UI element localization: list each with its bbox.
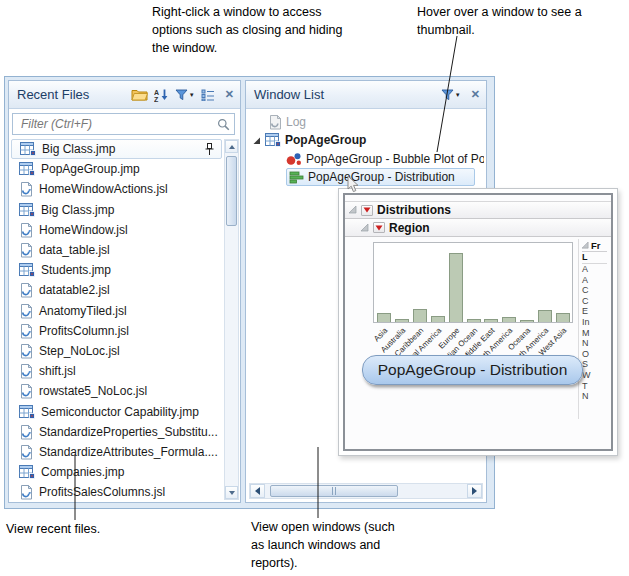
sort-az-icon[interactable]: AZ [154, 86, 169, 104]
frequency-level-label: W [582, 370, 607, 381]
file-name: HomeWindow.jsl [39, 223, 128, 237]
open-folder-icon[interactable] [131, 86, 148, 104]
bubble-plot-icon [286, 152, 302, 166]
file-name: datatable2.jsl [39, 283, 110, 297]
data-table-icon [19, 465, 35, 479]
frequency-level-label: C [582, 296, 607, 307]
window-name: PopAgeGroup - Bubble Plot of Pop [306, 152, 484, 166]
window-list-header: Window List ▼ ✕ [246, 81, 486, 109]
file-name: StandardizeAttributes_Formula.... [39, 445, 218, 459]
recent-file-row[interactable]: PopAgeGroup.jmp [11, 159, 222, 179]
panel-title: Window List [254, 87, 324, 102]
script-icon [19, 304, 33, 319]
filter-box [12, 113, 235, 135]
scroll-right-button[interactable] [467, 484, 482, 498]
data-table-icon [19, 203, 35, 217]
outline-collapse-icon[interactable] [361, 224, 369, 232]
thumbnail-popup: Distributions Region AsiaAustraliaCaribb… [338, 188, 618, 456]
recent-file-row[interactable]: Semiconductor Capability.jmp [11, 402, 222, 422]
recent-file-row[interactable]: ProfitsColumn.jsl [11, 321, 222, 341]
tree-expander-icon[interactable] [252, 136, 261, 145]
scroll-thumb[interactable] [226, 156, 237, 226]
data-table-icon [19, 405, 35, 419]
recent-files-scrollbar[interactable] [224, 139, 239, 500]
frequency-level-label: N [582, 391, 607, 402]
scroll-left-button[interactable] [250, 484, 265, 498]
file-name: Big Class.jmp [42, 142, 115, 156]
file-name: ProfitsSalesColumns.jsl [39, 485, 165, 499]
svg-text:A: A [154, 88, 159, 95]
recent-file-row[interactable]: Companies.jmp [11, 462, 222, 482]
filter-funnel-icon[interactable]: ▼ [175, 86, 195, 104]
annotation-hover: Hover over a window to see a thumbnail. [417, 4, 622, 40]
distribution-report-icon [289, 171, 304, 184]
script-icon [19, 485, 33, 500]
recent-file-row[interactable]: shift.jsl [11, 361, 222, 381]
red-triangle-menu-icon[interactable] [373, 222, 385, 233]
chevron-down-icon[interactable]: ▼ [189, 92, 195, 98]
pin-icon[interactable] [204, 143, 215, 159]
file-name: Big Class.jmp [41, 203, 114, 217]
file-name: Companies.jmp [41, 465, 124, 479]
script-icon [19, 243, 33, 258]
recent-file-row[interactable]: rowstate5_NoLoc.jsl [11, 381, 222, 401]
chart-bar [413, 309, 427, 322]
chart-bar [556, 313, 570, 322]
filter-funnel-icon[interactable]: ▼ [441, 86, 461, 104]
file-name: Students.jmp [41, 263, 111, 277]
recent-files-header: Recent Files AZ ▼ ✕ [9, 81, 240, 109]
window-list-item[interactable]: PopAgeGroup - Distribution [286, 168, 475, 186]
file-name: ProfitsColumn.jsl [39, 324, 129, 338]
window-list-hscrollbar[interactable] [249, 483, 483, 499]
log-icon [268, 115, 282, 130]
file-name: PopAgeGroup.jmp [41, 162, 140, 176]
filter-input[interactable] [19, 116, 217, 132]
frequency-level-label: C [582, 285, 607, 296]
close-icon[interactable]: ✕ [467, 86, 480, 104]
chart-bar [538, 310, 552, 322]
window-list-item[interactable]: PopAgeGroup - Bubble Plot of Pop [286, 150, 484, 168]
recent-file-row[interactable]: datatable2.jsl [11, 280, 222, 300]
recent-file-row[interactable]: HomeWindow.jsl [11, 220, 222, 240]
file-name: Step_NoLoc.jsl [39, 344, 120, 358]
scroll-thumb[interactable] [270, 485, 398, 497]
recent-file-row[interactable]: Students.jmp [11, 260, 222, 280]
window-list-item[interactable]: PopAgeGroup [252, 131, 484, 149]
data-table-icon [265, 133, 281, 147]
outline-collapse-icon[interactable] [349, 206, 357, 214]
outline-collapse-icon [582, 242, 589, 249]
close-icon[interactable]: ✕ [221, 86, 234, 104]
chevron-down-icon[interactable]: ▼ [455, 92, 461, 98]
frequency-level-label: M [582, 328, 607, 339]
svg-text:Z: Z [154, 95, 159, 102]
recent-file-row[interactable]: ProfitsSalesColumns.jsl [11, 482, 222, 500]
data-table-icon [19, 263, 35, 277]
frequency-level-label: N [582, 338, 607, 349]
file-name: AnatomyTiled.jsl [39, 304, 127, 318]
search-icon [217, 118, 230, 131]
file-name: StandardizeProperties_Substitu... [39, 425, 218, 439]
script-icon [19, 384, 33, 399]
recent-file-row[interactable]: Big Class.jmp [11, 139, 222, 159]
script-icon [19, 223, 33, 238]
scroll-down-button[interactable] [225, 486, 238, 499]
recent-file-row[interactable]: StandardizeProperties_Substitu... [11, 422, 222, 442]
script-icon [19, 283, 33, 298]
recent-file-row[interactable]: Step_NoLoc.jsl [11, 341, 222, 361]
frequencies-header: Fr [582, 239, 607, 252]
recent-file-row[interactable]: Big Class.jmp [11, 200, 222, 220]
window-list-item[interactable]: Log [268, 113, 484, 131]
chart-bar [377, 313, 391, 322]
list-view-icon[interactable] [201, 86, 215, 104]
recent-file-row[interactable]: StandardizeAttributes_Formula.... [11, 442, 222, 462]
frequency-levels: AACCEInMNOSWTN [582, 264, 607, 402]
outline-title: Distributions [377, 203, 451, 217]
scroll-up-button[interactable] [225, 140, 238, 153]
window-name: Log [286, 115, 306, 129]
recent-file-row[interactable]: HomeWindowActions.jsl [11, 179, 222, 199]
recent-file-row[interactable]: data_table.jsl [11, 240, 222, 260]
red-triangle-menu-icon[interactable] [361, 205, 373, 216]
recent-file-row[interactable]: AnatomyTiled.jsl [11, 301, 222, 321]
frequency-level-label: O [582, 349, 607, 360]
frequencies-column: Fr L AACCEInMNOSWTN [578, 239, 607, 419]
